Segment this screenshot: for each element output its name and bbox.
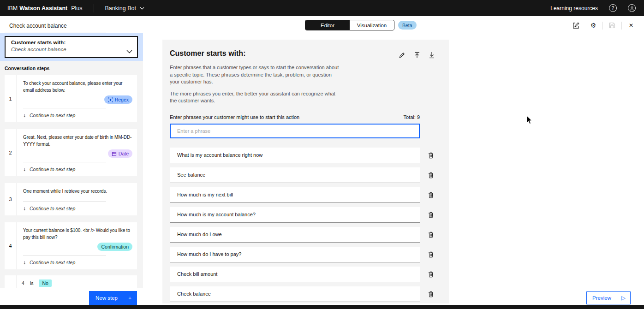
delete-phrase-button[interactable] (427, 231, 435, 239)
step-card-1[interactable]: 1 To check your account balance, please … (5, 75, 137, 122)
conversation-steps-area: Conversation steps 1 To check your accou… (0, 61, 143, 288)
plus-icon: + (128, 295, 131, 301)
phrase-field[interactable] (170, 227, 420, 243)
phrase-row (170, 207, 441, 223)
phrase-row (170, 148, 441, 163)
save-icon[interactable] (606, 22, 619, 29)
condition-step-card[interactable]: 4 is No (5, 275, 137, 288)
confirmation-badge: Confirmation (97, 243, 132, 251)
phrase-field[interactable] (170, 167, 420, 183)
regex-badge: Regex (104, 95, 132, 104)
trash-icon (428, 192, 434, 198)
phrase-field[interactable] (170, 187, 420, 203)
step-number: 4 (5, 222, 16, 269)
trash-icon (428, 251, 434, 258)
person-glyph (630, 6, 634, 11)
bottom-bar (0, 305, 644, 309)
phrase-field[interactable] (170, 148, 420, 163)
tab-visualization[interactable]: Visualization (350, 20, 394, 30)
new-step-button[interactable]: New step + (89, 291, 137, 305)
phrases-label-row: Enter phrases your customer might use to… (170, 114, 420, 120)
step-text: Great. Next, please enter your date of b… (23, 134, 132, 148)
step-text: Your current balance is $100. <br /> Wou… (23, 227, 132, 241)
phrase-field[interactable] (170, 247, 420, 262)
badge-row: Confirmation (23, 243, 132, 251)
delete-phrase-button[interactable] (427, 151, 435, 160)
bot-selector-dropdown[interactable]: Banking Bot (105, 5, 144, 12)
chevron-down-icon (140, 7, 144, 10)
step-number: 1 (5, 75, 16, 122)
download-icon[interactable] (429, 52, 435, 60)
play-icon: ▷ (621, 295, 626, 301)
string-text-icon (108, 97, 113, 102)
step-text: One moment while I retrieve your records… (23, 188, 132, 195)
brand-product: Watson Assistant (19, 5, 67, 12)
delete-phrase-button[interactable] (427, 191, 435, 199)
date-badge: Date (108, 149, 132, 158)
continue-label: Continue to next step (30, 206, 75, 211)
step-body: Great. Next, please enter your date of b… (17, 129, 137, 176)
upload-icon[interactable] (414, 52, 420, 60)
down-arrow-icon: ↓ (23, 112, 26, 119)
top-bar: IBM Watson Assistant Plus Banking Bot Le… (0, 0, 644, 16)
badge-label: Confirmation (101, 244, 129, 250)
close-icon[interactable]: ✕ (625, 23, 638, 28)
phrase-row (170, 187, 441, 203)
trash-icon (428, 232, 434, 238)
delete-phrase-button[interactable] (427, 250, 435, 259)
help-glyph: ? (612, 6, 614, 11)
sidebar: Customer starts with: Check account bala… (0, 16, 143, 305)
brand-plan: Plus (71, 5, 82, 12)
steps-header: Conversation steps (0, 61, 143, 71)
trash-icon (428, 212, 434, 218)
step-divider (23, 162, 106, 162)
step-divider (23, 108, 106, 108)
condition-operator: is (30, 280, 34, 286)
phrase-field[interactable] (170, 207, 420, 223)
step-number: 3 (5, 183, 16, 215)
step-card-2[interactable]: 2 Great. Next, please enter your date of… (5, 129, 137, 176)
action-title-wrap (0, 16, 143, 32)
tab-editor[interactable]: Editor (305, 20, 350, 30)
badge-label: Date (119, 151, 129, 156)
trash-icon (428, 291, 434, 297)
delete-phrase-button[interactable] (427, 211, 435, 219)
step-card-4[interactable]: 4 Your current balance is $100. <br /> W… (5, 222, 137, 269)
delete-phrase-button[interactable] (427, 290, 435, 298)
header-action-icons: ⚙ ✕ (569, 21, 638, 30)
badge-row: Date (23, 149, 132, 158)
customer-starts-card[interactable]: Customer starts with: Check account bala… (5, 36, 138, 58)
delete-phrase-button[interactable] (427, 270, 435, 279)
gear-icon[interactable]: ⚙ (587, 22, 600, 29)
chevron-down-icon[interactable] (126, 47, 132, 55)
badge-label: Regex (115, 97, 129, 102)
phrase-row-clipped (170, 286, 441, 302)
condition-step-ref: 4 (22, 280, 24, 286)
down-arrow-icon: ↓ (23, 166, 26, 172)
step-body: One moment while I retrieve your records… (17, 183, 137, 215)
step-body: To check your account balance, please en… (17, 75, 137, 122)
phrase-field[interactable] (170, 267, 420, 282)
step-text: To check your account balance, please en… (23, 80, 132, 94)
mouse-cursor (526, 115, 533, 125)
step-card-3[interactable]: 3 One moment while I retrieve your recor… (5, 183, 137, 215)
trash-icon (428, 271, 434, 278)
close-glyph: ✕ (629, 23, 633, 28)
edit-pencil-icon[interactable] (399, 52, 405, 60)
trash-icon (428, 152, 434, 159)
icon-divider (602, 22, 603, 30)
condition-body: 4 is No (17, 275, 137, 288)
step-number: 2 (5, 129, 16, 176)
user-avatar-icon[interactable] (628, 4, 636, 12)
new-phrase-input[interactable] (170, 124, 420, 138)
sidebar-footer: New step + (0, 288, 143, 305)
edit-icon[interactable] (569, 22, 582, 29)
delete-phrase-button[interactable] (427, 171, 435, 179)
learning-resources-link[interactable]: Learning resources (550, 5, 598, 12)
view-tabs: Editor Visualization (305, 20, 394, 30)
preview-button[interactable]: Preview ▷ (586, 291, 631, 304)
starts-card-value: Check account balance (11, 47, 131, 52)
phrase-field[interactable] (170, 286, 420, 302)
help-icon[interactable]: ? (609, 4, 617, 12)
action-title-input[interactable] (5, 21, 106, 32)
